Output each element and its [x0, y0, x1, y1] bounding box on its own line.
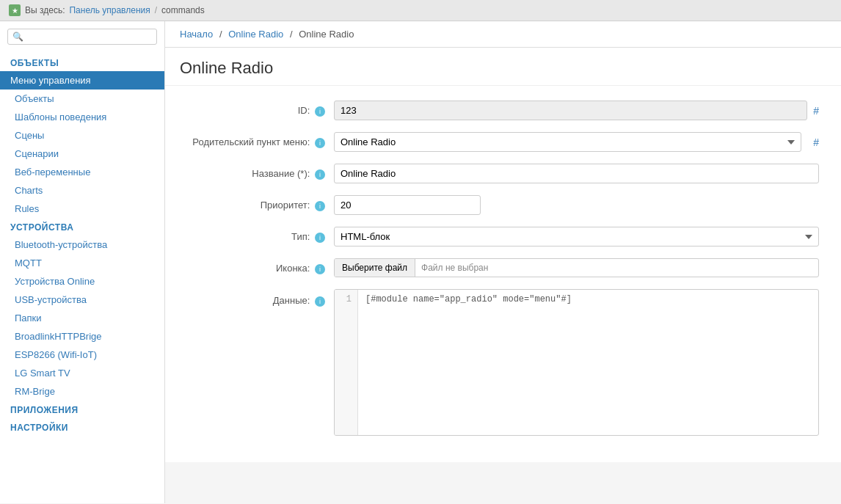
- type-row: Тип: i HTML-блок: [187, 227, 819, 246]
- priority-label: Приоритет: i: [187, 195, 334, 211]
- choose-file-button[interactable]: Выберите файл: [335, 259, 415, 277]
- sidebar-item-online-devices[interactable]: Устройства Online: [0, 272, 164, 291]
- sidebar-item-lg-smart-tv[interactable]: LG Smart TV: [0, 364, 164, 382]
- code-editor[interactable]: 1 [#module name="app_radio" mode="menu"#…: [334, 289, 819, 436]
- line-number-1: 1: [341, 294, 352, 304]
- topbar-icon: ★: [9, 4, 21, 16]
- priority-input[interactable]: [334, 195, 481, 215]
- search-box[interactable]: 🔍: [7, 29, 157, 45]
- parent-menu-info-icon[interactable]: i: [315, 138, 325, 148]
- layout: 🔍 ОБЪЕКТЫ Меню управления Объекты Шаблон…: [0, 21, 841, 503]
- data-label: Данные: i: [187, 289, 334, 307]
- name-row: Название (*): i: [187, 164, 819, 183]
- type-select[interactable]: HTML-блок: [334, 227, 819, 246]
- topbar-dashboard-link[interactable]: Панель управления: [69, 5, 150, 15]
- parent-menu-label: Родительский пункт меню: i: [187, 132, 334, 148]
- search-input[interactable]: [26, 32, 152, 42]
- breadcrumb-parent[interactable]: Online Radio: [228, 29, 283, 40]
- sidebar-item-bluetooth[interactable]: Bluetooth-устройства: [0, 235, 164, 254]
- file-input-wrapper: Выберите файл Файл не выбран: [334, 258, 819, 277]
- id-hash-link[interactable]: #: [813, 105, 819, 117]
- priority-row: Приоритет: i: [187, 195, 819, 215]
- file-name-label: Файл не выбран: [415, 259, 494, 277]
- code-content[interactable]: [#module name="app_radio" mode="menu"#]: [358, 290, 579, 435]
- sidebar-item-rules[interactable]: Rules: [0, 200, 164, 218]
- section-apps: ПРИЛОЖЕНИЯ: [0, 401, 164, 418]
- name-input[interactable]: [334, 164, 819, 183]
- id-row-wrapper: #: [334, 101, 819, 120]
- data-row: Данные: i 1 [#module name="app_radio" mo…: [187, 289, 819, 436]
- data-info-icon[interactable]: i: [315, 296, 325, 307]
- sidebar-item-usb-devices[interactable]: USB-устройства: [0, 291, 164, 309]
- parent-menu-row: Родительский пункт меню: i Online Radio …: [187, 132, 819, 152]
- sidebar: 🔍 ОБЪЕКТЫ Меню управления Объекты Шаблон…: [0, 21, 165, 503]
- parent-menu-hash-link[interactable]: #: [813, 136, 819, 148]
- icon-info-icon[interactable]: i: [315, 264, 325, 274]
- breadcrumb-home[interactable]: Начало: [180, 29, 213, 40]
- id-input: [334, 101, 807, 120]
- sidebar-item-scenes[interactable]: Сцены: [0, 126, 164, 145]
- line-numbers: 1: [335, 290, 358, 435]
- name-label: Название (*): i: [187, 164, 334, 180]
- section-devices: УСТРОЙСТВА: [0, 218, 164, 235]
- name-info-icon[interactable]: i: [315, 169, 325, 180]
- section-settings: НАСТРОЙКИ: [0, 418, 164, 436]
- page-title-bar: Online Radio: [165, 48, 841, 86]
- main-content: Начало / Online Radio / Online Radio Onl…: [165, 21, 841, 503]
- topbar-sep: /: [155, 5, 157, 15]
- sidebar-item-esp8266[interactable]: ESP8266 (Wifi-IoT): [0, 346, 164, 364]
- breadcrumb-sep2: /: [290, 29, 293, 40]
- id-info-icon[interactable]: i: [315, 106, 325, 117]
- sidebar-item-objects[interactable]: Объекты: [0, 90, 164, 108]
- sidebar-item-behavior-templates[interactable]: Шаблоны поведения: [0, 108, 164, 126]
- icon-label: Иконка: i: [187, 258, 334, 274]
- search-icon: 🔍: [12, 32, 23, 42]
- breadcrumb-sep1: /: [219, 29, 222, 40]
- topbar: ★ Вы здесь: Панель управления / commands: [0, 0, 841, 21]
- id-row: ID: i #: [187, 101, 819, 120]
- type-label: Тип: i: [187, 227, 334, 243]
- id-label: ID: i: [187, 101, 334, 117]
- breadcrumb: Начало / Online Radio / Online Radio: [165, 21, 841, 48]
- priority-info-icon[interactable]: i: [315, 201, 325, 211]
- sidebar-item-scenarios[interactable]: Сценарии: [0, 145, 164, 163]
- sidebar-item-charts[interactable]: Charts: [0, 181, 164, 200]
- parent-menu-select[interactable]: Online Radio: [334, 132, 801, 152]
- page-title: Online Radio: [180, 59, 273, 77]
- breadcrumb-current: Online Radio: [299, 29, 354, 40]
- topbar-current: commands: [161, 5, 205, 15]
- sidebar-item-mqtt[interactable]: MQTT: [0, 254, 164, 272]
- sidebar-item-menu-management[interactable]: Меню управления: [0, 71, 164, 90]
- type-info-icon[interactable]: i: [315, 233, 325, 243]
- sidebar-item-broadlink[interactable]: BroadlinkHTTPBrige: [0, 327, 164, 346]
- topbar-prefix: Вы здесь:: [25, 5, 65, 15]
- icon-row: Иконка: i Выберите файл Файл не выбран: [187, 258, 819, 277]
- sidebar-item-rm-brige[interactable]: RM-Brige: [0, 382, 164, 401]
- section-objects: ОБЪЕКТЫ: [0, 54, 164, 71]
- sidebar-item-folders[interactable]: Папки: [0, 309, 164, 327]
- sidebar-item-web-variables[interactable]: Веб-переменные: [0, 163, 164, 181]
- form-area: ID: i # Родительский пункт меню: i Onlin…: [165, 86, 841, 462]
